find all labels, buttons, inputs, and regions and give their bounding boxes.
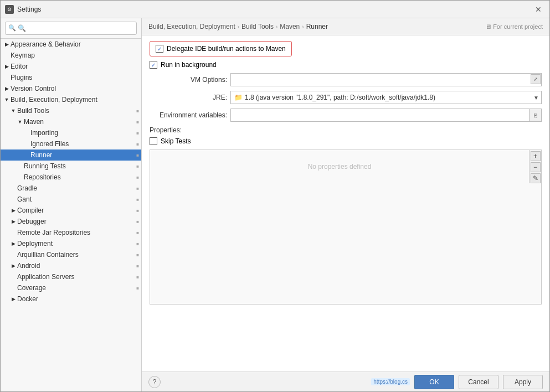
sidebar-label: Build, Execution, Deployment [11,96,141,104]
sidebar-item-debugger[interactable]: ▶Debugger■ [1,216,141,227]
sidebar-label: Compiler [17,207,136,214]
sidebar-label: Appearance & Behavior [11,40,141,48]
sidebar-item-deployment[interactable]: ▶Deployment■ [1,238,141,249]
sidebar-item-build-exec-deploy[interactable]: ▼Build, Execution, Deployment [1,94,141,105]
bc-sep1: › [238,24,239,30]
sidebar-label: Deployment [17,240,136,247]
jre-label: JRE: [150,94,227,101]
sidebar-item-remote-jar[interactable]: Remote Jar Repositories■ [1,227,141,238]
vm-options-input-wrap: ⤢ [230,73,542,86]
sidebar-item-maven[interactable]: ▼Maven■ [1,116,141,127]
bc-maven: Maven [280,23,300,30]
sync-icon: ■ [136,175,139,180]
sidebar-label: Importing [30,129,136,137]
props-remove-btn[interactable]: − [531,162,541,172]
sync-icon: ■ [136,197,139,202]
sidebar-item-appearance[interactable]: ▶Appearance & Behavior [1,39,141,50]
props-add-btn[interactable]: + [531,151,541,161]
delegate-checkbox[interactable] [156,45,163,53]
tree-arrow: ▶ [3,86,11,91]
tree-arrow: ▼ [9,108,17,114]
panel-body: Delegate IDE build/run actions to Maven … [142,35,549,372]
bc-build: Build, Execution, Deployment [148,23,235,30]
props-sidebar: + − ✎ [529,150,541,183]
main-content: 🔍 ▶Appearance & BehaviorKeymap▶EditorPlu… [1,18,549,391]
sidebar-label: Plugins [11,74,141,81]
ok-button[interactable]: OK [414,375,454,389]
sync-icon: ■ [136,208,139,213]
sidebar-item-runner[interactable]: Runner■ [1,149,141,161]
skip-tests-checkbox[interactable] [150,137,157,145]
sidebar-label: Build Tools [17,107,136,115]
sidebar-label: Docker [17,295,141,303]
search-input[interactable] [5,22,137,35]
tree-arrow: ▶ [9,241,17,246]
sync-icon: ■ [136,153,139,158]
env-var-input[interactable] [231,110,529,120]
tree-arrow: ▶ [9,263,17,269]
tree-arrow: ▼ [16,119,24,125]
env-var-label: Environment variables: [150,111,227,119]
sidebar-item-android[interactable]: ▶Android■ [1,260,141,271]
sidebar-item-build-tools[interactable]: ▼Build Tools■ [1,105,141,116]
properties-label: Properties: [150,126,542,134]
sync-icon: ■ [136,230,139,235]
sidebar-item-gant[interactable]: Gant■ [1,194,141,205]
vm-options-input[interactable] [230,73,542,86]
bc-for-project: 🖥 For current project [485,23,543,30]
sidebar-item-editor[interactable]: ▶Editor [1,61,141,72]
sidebar-label: Coverage [17,284,136,292]
sidebar-item-app-servers[interactable]: Application Servers■ [1,271,141,282]
vm-options-expand-btn[interactable]: ⤢ [531,74,541,84]
tree-arrow: ▶ [3,64,11,69]
close-button[interactable]: ✕ [532,4,545,15]
sync-icon: ■ [136,109,139,114]
title-bar: ⚙ Settings ✕ [1,1,549,18]
help-button[interactable]: ? [148,376,161,388]
sidebar-item-repositories[interactable]: Repositories■ [1,172,141,183]
run-background-label: Run in background [161,61,217,69]
sidebar-item-arquillian[interactable]: Arquillian Containers■ [1,249,141,260]
sidebar-item-version-control[interactable]: ▶Version Control [1,83,141,94]
tree-arrow: ▶ [9,296,17,302]
props-edit-btn[interactable]: ✎ [531,173,541,183]
sidebar-item-compiler[interactable]: ▶Compiler■ [1,205,141,216]
bottom-bar: ? https://blog.cs OK Cancel Apply [142,372,549,391]
sidebar-item-ignored-files[interactable]: Ignored Files■ [1,138,141,149]
sidebar-label: Version Control [11,85,141,92]
delegate-row: Delegate IDE build/run actions to Maven [150,41,292,56]
env-var-wrap: ⎘ [230,109,542,122]
apply-button[interactable]: Apply [503,375,543,389]
sync-icon: ■ [136,264,139,269]
sidebar-label: Running Tests [24,162,136,170]
vm-options-row: VM Options: ⤢ [150,73,542,86]
sidebar-label: Repositories [24,173,136,181]
bottom-left: ? https://blog.cs [148,376,410,388]
sidebar-item-importing[interactable]: Importing■ [1,127,141,138]
sidebar-item-coverage[interactable]: Coverage■ [1,282,141,293]
jre-value: 1.8 (java version "1.8.0_291", path: D:/… [245,94,528,101]
sidebar-item-running-tests[interactable]: Running Tests■ [1,161,141,172]
sync-icon: ■ [136,275,139,280]
sidebar-item-keymap[interactable]: Keymap [1,50,141,61]
search-box: 🔍 [1,18,141,39]
env-copy-btn[interactable]: ⎘ [529,109,541,121]
props-main: No properties defined [150,150,529,183]
tree-arrow: ▼ [3,97,11,102]
sync-icon: ■ [136,164,139,169]
sidebar-item-plugins[interactable]: Plugins [1,72,141,83]
sidebar-label: Application Servers [17,273,136,281]
sidebar-item-docker[interactable]: ▶Docker [1,293,141,305]
project-icon: 🖥 [485,23,491,30]
search-wrap: 🔍 [5,22,137,35]
run-background-checkbox[interactable] [150,61,157,69]
bc-build-tools: Build Tools [241,23,274,30]
delegate-label: Delegate IDE build/run actions to Maven [167,45,286,53]
bc-runner: Runner [306,23,328,30]
sidebar-item-gradle[interactable]: Gradle■ [1,183,141,194]
sidebar-label: Editor [11,63,141,70]
cancel-button[interactable]: Cancel [459,375,498,389]
jre-dropdown-arrow: ▼ [533,95,539,101]
breadcrumb-bar: Build, Execution, Deployment › Build Too… [142,18,549,35]
jre-select[interactable]: 📁 1.8 (java version "1.8.0_291", path: D… [230,91,542,104]
